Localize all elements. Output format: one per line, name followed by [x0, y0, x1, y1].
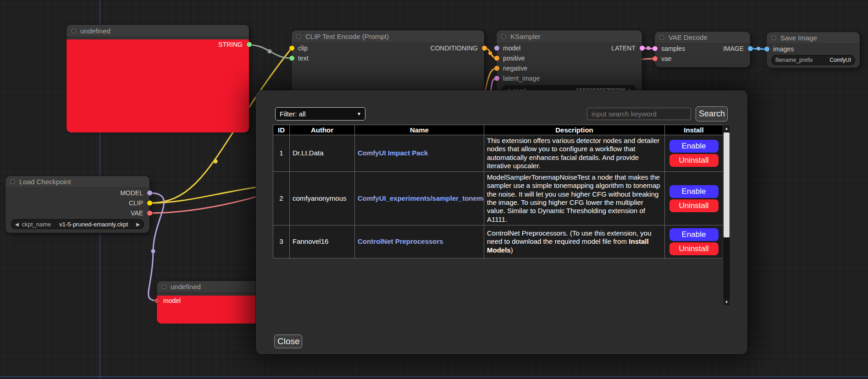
table-scrollbar[interactable]: ▲ ▼ — [723, 125, 730, 306]
scrollbar-thumb[interactable] — [724, 132, 730, 237]
cell-author: Dr.Lt.Data — [290, 135, 355, 172]
output-slot-string[interactable] — [247, 42, 252, 47]
cell-install: Enable Uninstall — [665, 135, 723, 172]
widget-label: filename_prefix — [775, 57, 813, 63]
node-body: MODEL CLIP VAE ◀ ckpt_name v1-5-pruned-e… — [6, 188, 149, 229]
cell-id: 2 — [273, 172, 290, 225]
wire-string-to-text — [249, 45, 292, 58]
node-titlebar[interactable]: CLIP Text Encode (Prompt) — [292, 30, 484, 43]
extension-name-link[interactable]: ComfyUI Impact Pack — [358, 149, 428, 157]
node-titlebar[interactable]: undefined — [66, 25, 249, 37]
extension-name-link[interactable]: ControlNet Preprocessors — [358, 237, 443, 245]
cell-author: comfyanonymous — [290, 172, 355, 225]
output-slot-clip[interactable] — [147, 201, 152, 206]
node-title: Save Image — [780, 34, 817, 42]
extension-name-link[interactable]: ComfyUI_experiments/sampler_tonemap — [358, 194, 484, 202]
scroll-up-button[interactable]: ▲ — [723, 125, 730, 132]
slot-row: MODEL — [6, 188, 149, 198]
input-slot-text[interactable] — [289, 56, 294, 61]
output-slot-model[interactable] — [147, 191, 152, 196]
node-body-error: STRING — [66, 39, 249, 132]
node-status-icon[interactable] — [161, 284, 166, 289]
node-status-icon[interactable] — [296, 34, 301, 39]
scroll-down-icon: ▼ — [725, 300, 729, 304]
node-status-icon[interactable] — [771, 35, 776, 40]
node-title: VAE Decode — [669, 33, 708, 41]
node-titlebar[interactable]: KSampler — [497, 30, 642, 43]
scroll-down-button[interactable]: ▼ — [723, 299, 730, 306]
uninstall-button[interactable]: Uninstall — [669, 242, 719, 255]
input-slot-label: negative — [503, 65, 527, 72]
wire-midpoint-dot — [488, 51, 492, 55]
input-slot-label: text — [298, 55, 309, 62]
slot-row: samples IMAGE — [655, 44, 750, 54]
close-button[interactable]: Close — [274, 335, 302, 348]
node-body: clip CONDITIONING text — [292, 43, 484, 63]
cell-description: This extension offers various detector n… — [484, 135, 665, 172]
output-slot-vae[interactable] — [147, 211, 152, 216]
node-save-image[interactable]: Save Image images filename_prefix ComfyU… — [767, 32, 860, 68]
input-slot-samples[interactable] — [652, 46, 658, 51]
filter-select[interactable]: Filter: all — [275, 107, 365, 121]
table-row: 2 comfyanonymous ComfyUI_experiments/sam… — [273, 172, 723, 225]
output-slot-label: CONDITIONING — [431, 44, 478, 52]
slot-row: positive — [497, 53, 642, 63]
enable-button[interactable]: Enable — [669, 185, 719, 198]
custom-nodes-manager-dialog: Filter: all ▼ Search ID Author Name Desc… — [256, 90, 747, 354]
ckpt-name-widget[interactable]: ◀ ckpt_name v1-5-pruned-emaonly.ckpt ▶ — [11, 219, 144, 229]
table-row: 1 Dr.Lt.Data ComfyUI Impact Pack This ex… — [273, 135, 723, 172]
input-slot-latent-image[interactable] — [494, 76, 499, 81]
widget-label: ckpt_name — [22, 221, 51, 228]
node-vae-decode[interactable]: VAE Decode samples IMAGE vae — [655, 32, 750, 67]
slot-row: CLIP — [6, 198, 149, 208]
column-header-id: ID — [273, 125, 290, 135]
uninstall-button[interactable]: Uninstall — [669, 154, 719, 167]
node-titlebar[interactable]: Load Checkpoint — [6, 176, 149, 188]
node-load-checkpoint[interactable]: Load Checkpoint MODEL CLIP VAE ◀ ckpt_na… — [6, 176, 149, 233]
widget-value: v1-5-pruned-emaonly.ckpt — [59, 221, 128, 228]
node-undefined-string[interactable]: undefined STRING — [66, 25, 249, 130]
search-input[interactable] — [587, 108, 691, 120]
node-titlebar[interactable]: Save Image — [767, 32, 860, 44]
node-status-icon[interactable] — [501, 34, 506, 39]
input-slot-model[interactable] — [155, 298, 160, 303]
prev-option-arrow-icon[interactable]: ◀ — [15, 222, 19, 227]
node-title: CLIP Text Encode (Prompt) — [305, 33, 389, 40]
input-slot-images[interactable] — [764, 47, 769, 52]
cell-install: Enable Uninstall — [665, 225, 723, 258]
slot-row: images — [767, 44, 860, 54]
node-title: KSampler — [510, 33, 541, 40]
node-status-icon[interactable] — [10, 179, 15, 184]
enable-button[interactable]: Enable — [669, 140, 719, 153]
node-titlebar[interactable]: VAE Decode — [655, 32, 750, 44]
node-body: samples IMAGE vae — [655, 44, 750, 64]
input-slot-positive[interactable] — [494, 56, 499, 61]
output-slot-image[interactable] — [748, 46, 753, 51]
input-slot-negative[interactable] — [494, 66, 499, 71]
input-slot-clip[interactable] — [289, 46, 294, 51]
filename-prefix-widget[interactable]: filename_prefix ComfyUI — [771, 55, 855, 65]
widget-value: ComfyUI — [829, 57, 851, 63]
output-slot-label: MODEL — [120, 189, 143, 197]
filter-select-wrap: Filter: all ▼ — [275, 107, 365, 121]
input-slot-model[interactable] — [494, 46, 499, 51]
output-slot-label: LATENT — [611, 44, 636, 52]
node-status-icon[interactable] — [659, 35, 664, 40]
search-button[interactable]: Search — [696, 106, 728, 121]
enable-button[interactable]: Enable — [669, 228, 719, 241]
next-option-arrow-icon[interactable]: ▶ — [136, 222, 140, 227]
wire-midpoint-dot — [757, 47, 760, 50]
slot-row: negative — [497, 63, 642, 73]
uninstall-button[interactable]: Uninstall — [669, 199, 719, 212]
cell-description: ModelSamplerTonemapNoiseTest a node that… — [484, 172, 665, 225]
output-slot-conditioning[interactable] — [482, 46, 487, 51]
node-status-icon[interactable] — [71, 28, 76, 33]
node-body: images filename_prefix ComfyUI — [767, 44, 860, 65]
cell-id: 3 — [273, 225, 290, 258]
table-header-row: ID Author Name Description Install — [273, 125, 723, 135]
input-slot-label: samples — [661, 45, 685, 52]
output-slot-latent[interactable] — [640, 46, 645, 51]
slot-row: latent_image — [497, 73, 642, 83]
input-slot-vae[interactable] — [652, 56, 658, 61]
output-slot-label: STRING — [218, 41, 243, 48]
